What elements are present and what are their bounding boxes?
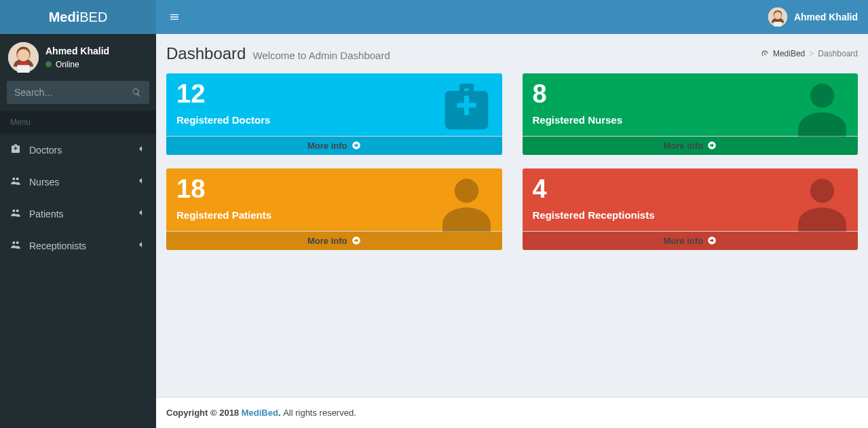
breadcrumb-current: Dashboard — [818, 49, 858, 58]
menu-header: Menu — [0, 111, 156, 134]
content-header: Dashboard Welcome to Admin Dashboard Med… — [166, 44, 858, 63]
dashboard-icon — [761, 50, 769, 58]
sidebar-item-label: Receptionists — [29, 240, 86, 251]
sidebar-toggle-button[interactable] — [166, 9, 183, 25]
sidebar-item-label: Nurses — [29, 177, 59, 188]
stat-box-receptionists: 4 Registered Receptionists More info — [523, 168, 858, 250]
footer-suffix: All rights reserved. — [283, 408, 356, 418]
svg-rect-3 — [18, 65, 30, 73]
breadcrumb-home[interactable]: MediBed — [773, 49, 805, 58]
topbar-user[interactable]: Ahmed Khalid — [768, 7, 858, 26]
footer-copyright-prefix: Copyright © 2018 — [166, 408, 242, 418]
svg-point-5 — [774, 12, 781, 19]
medkit-icon — [10, 143, 21, 156]
stat-grid: 12 Registered Doctors More info 8 Regist… — [166, 73, 858, 250]
page-subtitle: Welcome to Admin Dashboard — [252, 50, 390, 61]
sidebar: MediBED Ahmed Khalid Online — [0, 0, 156, 428]
avatar-icon — [8, 42, 39, 73]
sidebar-user-panel: Ahmed Khalid Online — [0, 34, 156, 81]
main-footer: Copyright © 2018 MediBed. All rights res… — [156, 397, 868, 428]
breadcrumb-sep: > — [809, 49, 814, 58]
sidebar-item-label: Patients — [29, 209, 64, 219]
svg-rect-6 — [774, 22, 781, 26]
sidebar-menu: Doctors Nurses Patients — [0, 134, 156, 262]
sidebar-search — [0, 81, 156, 111]
stat-box-nurses: 8 Registered Nurses More info — [523, 73, 858, 155]
footer-brand-link[interactable]: MediBed — [242, 408, 278, 418]
avatar — [8, 42, 39, 73]
users-icon — [10, 175, 21, 188]
avatar-icon — [768, 7, 787, 26]
users-icon — [10, 239, 21, 252]
sidebar-item-label: Doctors — [29, 145, 62, 156]
stat-box-doctors: 12 Registered Doctors More info — [166, 73, 502, 155]
arrow-circle-right-icon — [352, 236, 361, 245]
sidebar-user-name: Ahmed Khalid — [45, 46, 109, 57]
brand-bold: Medi — [49, 10, 80, 24]
medkit-large-icon — [438, 79, 495, 139]
online-dot-icon — [45, 61, 52, 67]
arrow-circle-right-icon — [707, 141, 717, 150]
breadcrumb: MediBed > Dashboard — [761, 49, 858, 58]
sidebar-item-nurses[interactable]: Nurses — [0, 166, 156, 198]
chevron-left-icon — [135, 143, 146, 156]
person-large-icon — [438, 174, 495, 234]
sidebar-user-status: Online — [56, 60, 79, 69]
topbar: Ahmed Khalid — [156, 0, 868, 34]
avatar — [768, 7, 787, 26]
sidebar-item-receptionists[interactable]: Receptionists — [0, 230, 156, 262]
topbar-user-name: Ahmed Khalid — [794, 12, 858, 22]
person-large-icon — [793, 79, 851, 139]
person-large-icon — [793, 174, 851, 234]
main: Ahmed Khalid Dashboard Welcome to Admin … — [156, 0, 868, 428]
chevron-left-icon — [135, 207, 146, 220]
hamburger-icon — [169, 12, 180, 22]
chevron-left-icon — [135, 175, 146, 188]
sidebar-item-patients[interactable]: Patients — [0, 198, 156, 230]
search-icon — [132, 88, 141, 97]
stat-box-patients: 18 Registered Patients More info — [166, 168, 502, 250]
brand-thin: BED — [79, 10, 107, 24]
arrow-circle-right-icon — [707, 236, 717, 245]
chevron-left-icon — [135, 239, 146, 252]
arrow-circle-right-icon — [352, 141, 361, 150]
page-title: Dashboard — [166, 44, 246, 63]
sidebar-item-doctors[interactable]: Doctors — [0, 134, 156, 166]
content: Dashboard Welcome to Admin Dashboard Med… — [156, 34, 868, 397]
search-button[interactable] — [126, 81, 147, 104]
users-icon — [10, 207, 21, 220]
svg-point-1 — [18, 49, 30, 61]
brand-logo[interactable]: MediBED — [0, 0, 156, 34]
